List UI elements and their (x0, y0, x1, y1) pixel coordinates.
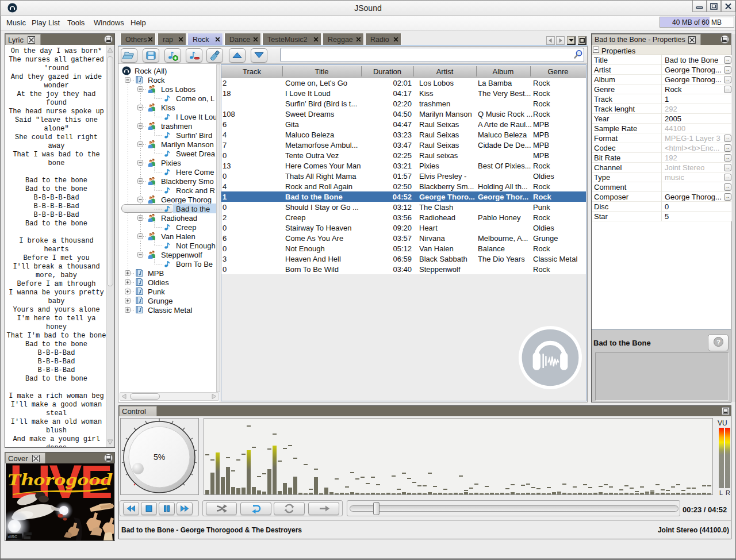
svg-text:?: ? (716, 339, 720, 346)
svg-text:dISC: dISC (8, 535, 17, 539)
svg-text:Thorogood: Thorogood (7, 470, 113, 489)
svg-text:5%: 5% (154, 452, 165, 462)
